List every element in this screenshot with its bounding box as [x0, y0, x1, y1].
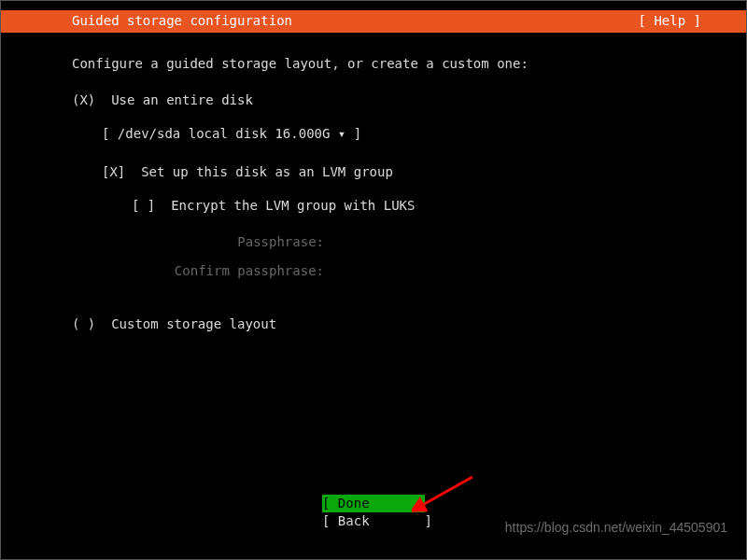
main-content: Configure a guided storage layout, or cr…: [1, 33, 746, 336]
page-title: Guided storage configuration: [8, 10, 292, 33]
help-button[interactable]: [ Help ]: [639, 10, 739, 33]
back-button[interactable]: [ Back ]: [322, 512, 425, 531]
checkbox-luks[interactable]: [ ] Encrypt the LVM group with LUKS: [132, 193, 675, 218]
passphrase-section: Passphrase: Confirm passphrase:: [72, 228, 675, 286]
radio-custom-layout[interactable]: ( ) Custom storage layout: [72, 312, 675, 337]
passphrase-label: Passphrase:: [72, 228, 324, 257]
checkbox-lvm[interactable]: [X] Set up this disk as an LVM group: [102, 160, 675, 185]
watermark-text: https://blog.csdn.net/weixin_44505901: [505, 520, 727, 535]
disk-selector-dropdown[interactable]: [ /dev/sda local disk 16.000G ▾ ]: [102, 121, 361, 147]
confirm-passphrase-label: Confirm passphrase:: [72, 257, 324, 286]
header-bar: Guided storage configuration [ Help ]: [1, 10, 746, 33]
radio-use-entire-disk[interactable]: (X) Use an entire disk: [72, 88, 675, 113]
instruction-text: Configure a guided storage layout, or cr…: [72, 51, 675, 77]
done-button[interactable]: [ Done ]: [322, 495, 425, 513]
